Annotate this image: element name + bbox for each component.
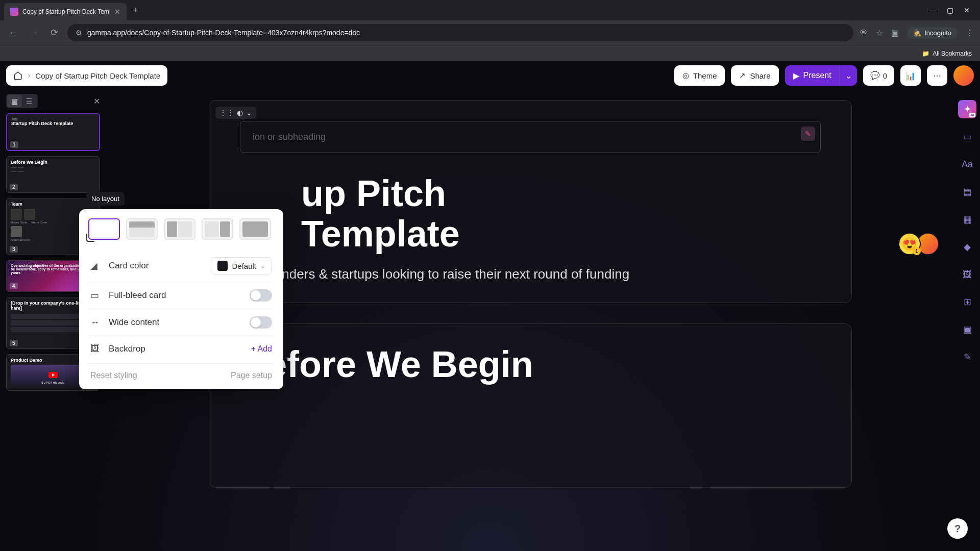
user-avatar[interactable] [953,65,974,86]
all-bookmarks-button[interactable]: 📁 All Bookmarks [922,50,972,57]
embed-button[interactable]: ▣ [958,320,976,339]
backdrop-row: 🖼 Backdrop + Add [88,336,274,361]
help-button[interactable]: ? [947,518,968,539]
card-style-popover: No layout ◢ Card color Default ⌄ ▭ [79,209,283,389]
card-title[interactable]: up PitchTemplate [301,173,821,254]
card-2[interactable]: Before We Begin [209,323,852,487]
card-1[interactable]: ⋮⋮ ◐ ⌄ ion or subheading ✎ up PitchTempl… [209,100,852,303]
present-dropdown[interactable]: ⌄ [840,65,857,86]
thumb-label: Title [11,117,95,121]
incognito-icon: 🕵 [913,29,921,37]
image-icon: 🖼 [90,343,102,354]
doc-title[interactable]: Copy of Startup Pitch Deck Template [35,71,160,80]
card-style-icon[interactable]: ◐ [237,109,243,117]
comments-count: 0 [883,71,887,80]
visual-button[interactable]: ◆ [958,238,976,256]
slide-thumb-1[interactable]: Title Startup Pitch Deck Template 1 [6,113,100,151]
thumb-body: ━━━ ━━━━━━ ━━━ [11,166,95,173]
share-button[interactable]: ↗ Share [731,65,778,86]
ai-badge: AI [969,113,975,117]
add-backdrop-button[interactable]: + Add [251,344,272,354]
layout-tooltip: No layout [86,192,125,206]
ai-button[interactable]: ✦AI [958,100,976,118]
table-button[interactable]: ⊞ [958,293,976,311]
layout-option-left[interactable] [164,218,195,240]
present-main[interactable]: ▶ Present [785,71,840,81]
drag-handle-icon[interactable]: ⋮⋮ [219,109,234,117]
minimize-icon[interactable]: — [929,6,937,14]
color-swatch [217,261,228,271]
reload-button[interactable]: ⟳ [47,27,61,38]
card-color-select[interactable]: Default ⌄ [211,257,272,274]
layout-options [88,218,274,240]
thumb-video-label: SUPERHUMAN [41,381,65,384]
popover-body: ◢ Card color Default ⌄ ▭ Full-bleed card… [79,209,283,389]
bar-chart-icon: 📊 [905,71,916,81]
bookmark-star-icon[interactable]: ☆ [876,28,883,38]
grid-view-button[interactable]: ▦ [7,95,22,107]
reset-styling-button[interactable]: Reset styling [90,371,137,380]
card-templates-button[interactable]: ▭ [958,128,976,146]
breadcrumb-separator: › [28,71,30,80]
layout-option-right[interactable] [202,218,233,240]
reaction-avatar[interactable]: 😍 1 [898,233,921,255]
close-window-icon[interactable]: ✕ [964,6,970,14]
card-subtitle[interactable]: For founders & startups looking to raise… [240,266,821,282]
analytics-button[interactable]: 📊 [900,65,921,86]
forward-button[interactable]: → [27,28,41,38]
browser-tab[interactable]: Copy of Startup Pitch Deck Tem ✕ [4,3,127,20]
browser-menu-icon[interactable]: ⋮ [966,28,974,38]
layout-option-full[interactable] [239,218,271,240]
full-bleed-label: Full-bleed card [109,290,242,300]
more-menu-button[interactable]: ⋯ [927,65,947,86]
eye-off-icon[interactable]: 👁 [860,28,868,37]
card-2-title[interactable]: Before We Begin [240,344,821,385]
thumb-title: Before We Begin [11,160,95,165]
help-icon: ? [954,523,961,535]
theme-button[interactable]: ◎ Theme [674,65,725,86]
maximize-icon[interactable]: ▢ [947,6,953,14]
image-button[interactable]: 🖼 [958,265,976,284]
layout-option-top[interactable] [126,218,158,240]
tab-bar: Copy of Startup Pitch Deck Tem ✕ + — ▢ ✕ [0,0,980,20]
form-button[interactable]: ✎ [958,348,976,366]
gamma-favicon [10,8,18,16]
tab-title: Copy of Startup Pitch Deck Tem [22,8,110,15]
thumb-number: 2 [10,184,18,190]
back-button[interactable]: ← [6,28,20,38]
present-button[interactable]: ▶ Present ⌄ [785,65,857,86]
breadcrumb[interactable]: › Copy of Startup Pitch Deck Template [6,65,167,86]
url-bar[interactable]: ⚙ gamma.app/docs/Copy-of-Startup-Pitch-D… [67,24,853,41]
wide-content-row: ↔ Wide content [88,309,274,336]
thumb-person [11,226,22,237]
list-view-button[interactable]: ☰ [22,95,37,107]
slide-thumb-2[interactable]: Before We Begin ━━━ ━━━━━━ ━━━ 2 [6,156,100,193]
folder-icon: 📁 [922,50,929,57]
chevron-down-icon: ⌄ [845,71,852,81]
site-settings-icon[interactable]: ⚙ [76,29,82,37]
browser-chrome: Copy of Startup Pitch Deck Tem ✕ + — ▢ ✕… [0,0,980,61]
tab-close-icon[interactable]: ✕ [114,8,120,16]
close-panel-button[interactable]: ✕ [93,96,100,106]
wide-content-toggle[interactable] [250,316,272,329]
comments-button[interactable]: 💬 0 [863,65,894,86]
thumb-number: 3 [10,246,18,253]
ai-suggest-button[interactable]: ✎ [801,127,815,141]
incognito-badge: 🕵 Incognito [907,27,958,39]
layout-option-blank[interactable] [88,218,120,240]
reaction-count: 1 [913,247,921,255]
backdrop-label: Backdrop [109,344,244,354]
callout-button[interactable]: ▤ [958,183,976,201]
full-bleed-row: ▭ Full-bleed card [88,282,274,309]
text-button[interactable]: Aa [958,155,976,173]
page-setup-button[interactable]: Page setup [231,371,272,380]
new-tab-button[interactable]: + [133,5,138,16]
layout-button[interactable]: ▦ [958,210,976,229]
collaborator-avatars: 😍 1 [902,233,939,255]
wand-icon: ✎ [805,130,811,138]
title-block[interactable]: ion or subheading ✎ [240,121,821,153]
chevron-down-icon[interactable]: ⌄ [246,109,252,117]
extensions-icon[interactable]: ▣ [891,28,899,38]
thumb-number: 5 [10,340,18,346]
full-bleed-toggle[interactable] [250,289,272,302]
